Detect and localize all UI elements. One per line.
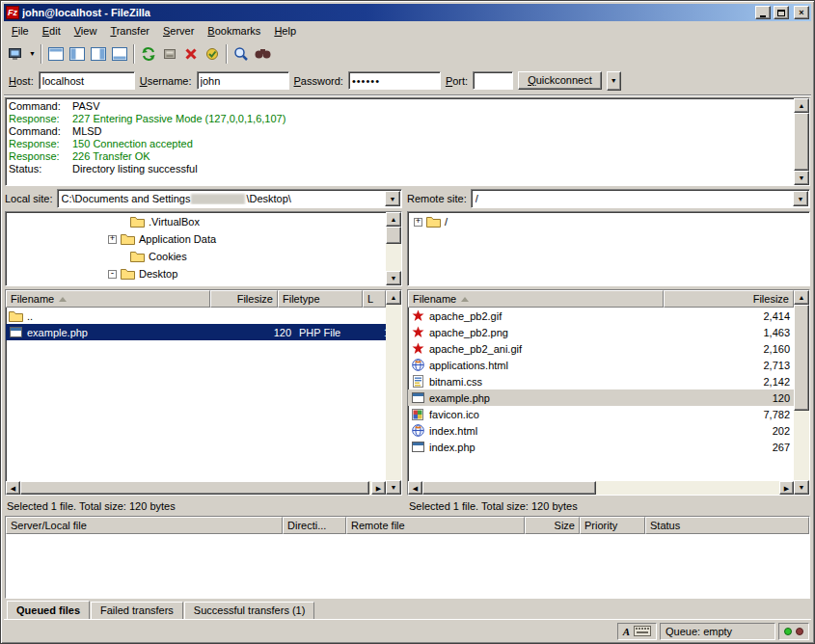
synchronized-browsing-icon[interactable] bbox=[202, 43, 223, 65]
minimize-button[interactable] bbox=[755, 6, 771, 19]
username-input[interactable] bbox=[197, 71, 289, 90]
menu-edit[interactable]: Edit bbox=[36, 23, 68, 39]
tree-expander-icon[interactable]: + bbox=[108, 235, 117, 244]
chevron-down-icon[interactable]: ▼ bbox=[793, 191, 808, 206]
password-label: Password: bbox=[294, 75, 343, 87]
column-header-remote-file[interactable]: Remote file bbox=[346, 517, 525, 534]
image-file-icon bbox=[412, 309, 424, 322]
column-header-status[interactable]: Status bbox=[645, 517, 809, 534]
tab-queued-files[interactable]: Queued files bbox=[7, 601, 90, 619]
local-tree-scrollbar[interactable]: ▲ ▼ bbox=[386, 212, 401, 285]
local-hscrollbar[interactable]: ◀ ▶ bbox=[6, 481, 386, 495]
port-input[interactable] bbox=[473, 71, 513, 90]
site-manager-dropdown-icon[interactable]: ▼ bbox=[27, 43, 38, 65]
php-file-icon bbox=[10, 327, 22, 337]
remote-file-row[interactable]: applications.html 2,713 bbox=[408, 357, 794, 373]
log-text: 227 Entering Passive Mode (127,0,0,1,6,1… bbox=[72, 113, 285, 125]
scroll-left-icon[interactable]: ◀ bbox=[6, 481, 20, 495]
column-header-filesize[interactable]: Filesize bbox=[664, 290, 794, 308]
local-file-row[interactable]: .. bbox=[6, 308, 386, 324]
log-scrollbar[interactable]: ▲ ▼ bbox=[794, 98, 809, 185]
remote-file-row[interactable]: index.php 267 bbox=[408, 439, 794, 455]
local-file-row-selected[interactable]: example.php 120 PHP File 1 bbox=[6, 324, 386, 340]
column-header-filesize[interactable]: Filesize bbox=[210, 290, 278, 308]
scroll-down-icon[interactable]: ▼ bbox=[386, 271, 401, 285]
close-button[interactable]: × bbox=[794, 6, 809, 19]
refresh-icon[interactable] bbox=[138, 43, 159, 65]
column-header-priority[interactable]: Priority bbox=[580, 517, 645, 534]
tree-item-virtualbox[interactable]: .VirtualBox bbox=[8, 213, 386, 230]
remote-hscrollbar[interactable]: ◀ ▶ bbox=[408, 481, 794, 495]
scroll-left-icon[interactable]: ◀ bbox=[408, 481, 422, 495]
toolbar: ▼ bbox=[4, 40, 811, 67]
toggle-message-log-icon[interactable] bbox=[45, 43, 67, 65]
column-header-filename[interactable]: Filename bbox=[408, 290, 664, 308]
toggle-local-tree-icon[interactable] bbox=[67, 43, 88, 65]
queue-status-text: Queue: empty bbox=[666, 626, 732, 637]
sort-asc-icon bbox=[461, 297, 469, 302]
tree-item-application-data[interactable]: + Application Data bbox=[8, 230, 386, 248]
scroll-up-icon[interactable]: ▲ bbox=[794, 98, 809, 113]
toggle-remote-tree-icon[interactable] bbox=[88, 43, 109, 65]
column-header-filename[interactable]: Filename bbox=[6, 290, 210, 308]
tab-failed-transfers[interactable]: Failed transfers bbox=[91, 602, 183, 619]
local-vscrollbar[interactable]: ▲ ▼ bbox=[386, 290, 401, 495]
scroll-down-icon[interactable]: ▼ bbox=[386, 480, 401, 495]
tree-expander-icon[interactable]: - bbox=[108, 270, 117, 279]
cancel-icon[interactable] bbox=[180, 43, 202, 65]
remote-file-row[interactable]: apache_pb2.png 1,463 bbox=[408, 324, 794, 340]
php-file-icon bbox=[412, 392, 424, 403]
local-site-combo[interactable]: C:\Documents and Settings\Desktop\ ▼ bbox=[57, 189, 402, 208]
tab-successful-transfers[interactable]: Successful transfers (1) bbox=[184, 602, 315, 619]
host-input[interactable] bbox=[39, 71, 135, 90]
tree-item-root[interactable]: + / bbox=[410, 213, 809, 230]
queue-body bbox=[6, 534, 809, 598]
menu-help[interactable]: Help bbox=[267, 23, 303, 39]
remote-site-path: / bbox=[475, 193, 793, 204]
scroll-down-icon[interactable]: ▼ bbox=[794, 480, 809, 495]
chevron-down-icon[interactable]: ▼ bbox=[385, 191, 400, 206]
tree-item-cookies[interactable]: Cookies bbox=[8, 248, 386, 265]
menu-bookmarks[interactable]: Bookmarks bbox=[201, 23, 267, 39]
remote-file-row-selected[interactable]: example.php 120 bbox=[408, 389, 794, 406]
remote-file-row[interactable]: apache_pb2.gif 2,414 bbox=[408, 308, 794, 324]
keyboard-icon bbox=[634, 626, 651, 636]
column-header-server-local-file[interactable]: Server/Local file bbox=[6, 517, 283, 534]
password-input[interactable] bbox=[348, 71, 441, 90]
scroll-up-icon[interactable]: ▲ bbox=[386, 212, 401, 227]
quickconnect-button[interactable]: Quickconnect bbox=[518, 71, 602, 90]
menu-transfer[interactable]: Transfer bbox=[103, 23, 156, 39]
tree-expander-icon[interactable]: + bbox=[414, 218, 422, 227]
column-header-lastmodified[interactable]: L bbox=[363, 290, 386, 308]
remote-file-row[interactable]: favicon.ico 7,782 bbox=[408, 406, 794, 422]
scroll-right-icon[interactable]: ▶ bbox=[371, 481, 386, 495]
scroll-up-icon[interactable]: ▲ bbox=[386, 290, 401, 305]
directory-comparison-icon[interactable] bbox=[252, 43, 273, 65]
scroll-up-icon[interactable]: ▲ bbox=[794, 290, 809, 305]
remote-file-row[interactable]: index.html 202 bbox=[408, 422, 794, 439]
menu-view[interactable]: View bbox=[68, 23, 104, 39]
menu-server[interactable]: Server bbox=[156, 23, 201, 39]
remote-file-row[interactable]: apache_pb2_ani.gif 2,160 bbox=[408, 340, 794, 357]
menubar: File Edit View Transfer Server Bookmarks… bbox=[4, 21, 811, 40]
column-header-filetype[interactable]: Filetype bbox=[278, 290, 363, 308]
menu-file[interactable]: File bbox=[5, 23, 36, 39]
scroll-down-icon[interactable]: ▼ bbox=[794, 171, 809, 185]
port-label: Port: bbox=[446, 75, 468, 87]
titlebar[interactable]: Fz john@localhost - FileZilla × bbox=[4, 4, 811, 21]
tree-item-desktop[interactable]: - Desktop bbox=[8, 265, 386, 282]
local-site-label: Local site: bbox=[5, 193, 53, 204]
toggle-transfer-queue-icon[interactable] bbox=[109, 43, 130, 65]
log-label: Response: bbox=[9, 150, 72, 163]
site-manager-icon[interactable] bbox=[6, 43, 27, 65]
remote-site-combo[interactable]: / ▼ bbox=[471, 189, 810, 208]
remote-file-row[interactable]: bitnami.css 2,142 bbox=[408, 373, 794, 389]
remote-vscrollbar[interactable]: ▲ ▼ bbox=[794, 290, 809, 495]
maximize-button[interactable] bbox=[774, 6, 789, 19]
scroll-right-icon[interactable]: ▶ bbox=[779, 481, 794, 495]
quickconnect-dropdown-icon[interactable]: ▼ bbox=[607, 71, 621, 91]
column-header-size[interactable]: Size bbox=[525, 517, 580, 534]
find-files-icon[interactable] bbox=[231, 43, 252, 65]
process-queue-icon[interactable] bbox=[159, 43, 180, 65]
column-header-direction[interactable]: Directi... bbox=[283, 517, 346, 534]
